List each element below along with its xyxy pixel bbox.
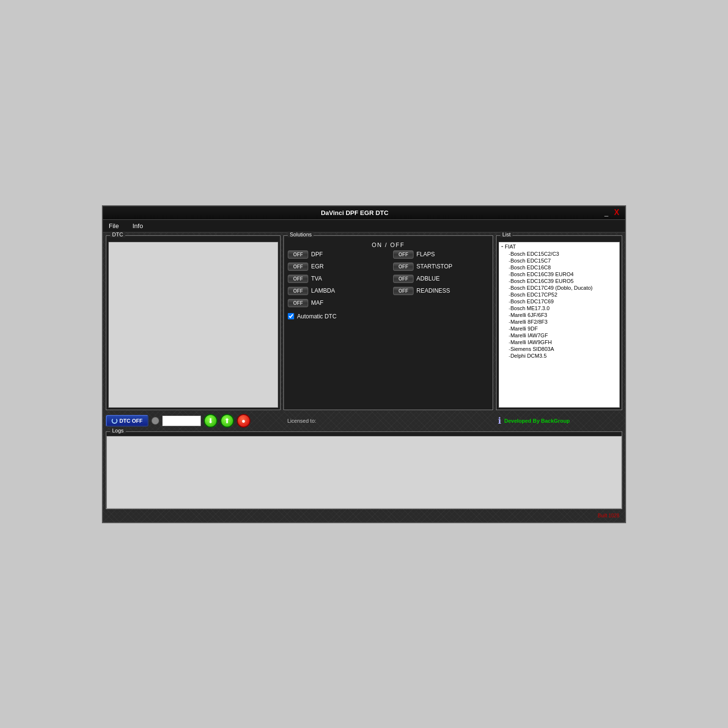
solution-row-adblue: OFF ADBLUE xyxy=(393,275,489,283)
title-bar: DaVinci DPF EGR DTC _ X xyxy=(103,206,625,220)
solution-row-readiness: OFF READINESS xyxy=(393,287,489,295)
list-tree[interactable]: ⁃ FIAT Bosch EDC15C2/C3 Bosch EDC15C7 Bo… xyxy=(498,242,620,408)
tree-child-marelliiaw9gfh[interactable]: Marelli IAW9GFH xyxy=(500,339,618,346)
tree-child-me1730[interactable]: Bosch ME17.3.0 xyxy=(500,305,618,312)
bottom-area: DTC OFF ⬇ ⬆ ● Licensed to: ℹ Developed B… xyxy=(106,413,622,429)
status-indicator xyxy=(151,417,159,425)
auto-dtc-label: Automatic DTC xyxy=(297,313,336,320)
toggle-startstop[interactable]: OFF xyxy=(393,263,414,271)
menu-bar: File Info xyxy=(103,220,625,232)
menu-file[interactable]: File xyxy=(106,221,122,231)
build-info: Built 1028 xyxy=(106,512,622,519)
auto-dtc-row: Automatic DTC xyxy=(288,313,489,320)
solutions-right-col: OFF FLAPS OFF START\STOP OFF ADBLUE OF xyxy=(393,250,489,307)
logs-panel-title: Logs xyxy=(110,428,126,433)
text-field[interactable] xyxy=(162,415,201,426)
tree-child-marelliiaw7gf[interactable]: Marelli IAW7GF xyxy=(500,332,618,339)
solution-label-flaps: FLAPS xyxy=(416,251,450,258)
dtc-off-label: DTC OFF xyxy=(119,418,143,424)
toggle-tva[interactable]: OFF xyxy=(288,275,308,283)
solution-label-tva: TVA xyxy=(311,275,345,282)
toggle-adblue[interactable]: OFF xyxy=(393,275,414,283)
minimize-button[interactable]: _ xyxy=(603,208,611,217)
close-button[interactable]: X xyxy=(612,208,621,217)
power-icon xyxy=(112,418,117,424)
solution-label-egr: EGR xyxy=(311,263,345,270)
tree-child-edc15c2[interactable]: Bosch EDC15C2/C3 xyxy=(500,250,618,257)
logs-content xyxy=(106,436,622,509)
solution-label-adblue: ADBLUE xyxy=(416,275,450,282)
title-bar-controls: _ X xyxy=(603,208,621,217)
tree-parent-fiat[interactable]: ⁃ FIAT xyxy=(500,243,618,250)
licensed-area: Licensed to: xyxy=(283,413,493,429)
download-button[interactable]: ⬇ xyxy=(204,414,217,428)
dtc-panel: DTC xyxy=(106,235,281,410)
tree-child-edc16c8[interactable]: Bosch EDC16C8 xyxy=(500,264,618,271)
solution-row-startstop: OFF START\STOP xyxy=(393,263,489,271)
list-bottom: ℹ Developed By BackGroup xyxy=(496,413,622,429)
top-row: DTC Solutions ON / OFF OFF DPF OFF xyxy=(106,235,622,410)
licensed-to-label: Licensed to: xyxy=(287,418,316,424)
solution-label-lambda: LAMBDA xyxy=(311,287,345,294)
auto-dtc-checkbox[interactable] xyxy=(288,313,294,319)
info-icon: ℹ xyxy=(498,415,501,426)
dtc-bottom-controls: DTC OFF ⬇ ⬆ ● xyxy=(106,413,281,429)
toggle-flaps[interactable]: OFF xyxy=(393,250,414,259)
dtc-off-button[interactable]: DTC OFF xyxy=(106,415,149,427)
list-panel: List ⁃ FIAT Bosch EDC15C2/C3 Bosch EDC15… xyxy=(496,235,622,410)
solutions-onoff-header: ON / OFF xyxy=(288,242,489,248)
tree-child-marelli6jf[interactable]: Marelli 6JF/6F3 xyxy=(500,312,618,318)
solutions-left-col: OFF DPF OFF EGR OFF TVA OFF xyxy=(288,250,383,307)
tree-child-edc16c39e5[interactable]: Bosch EDC16C39 EURO5 xyxy=(500,278,618,284)
solutions-panel: Solutions ON / OFF OFF DPF OFF EGR xyxy=(283,235,493,410)
window-title: DaVinci DPF EGR DTC xyxy=(107,209,603,216)
toggle-readiness[interactable]: OFF xyxy=(393,287,414,295)
toggle-maf[interactable]: OFF xyxy=(288,299,308,307)
solutions-panel-title: Solutions xyxy=(288,232,314,237)
solution-label-readiness: READINESS xyxy=(416,287,450,294)
solutions-grid: OFF DPF OFF EGR OFF TVA OFF xyxy=(288,250,489,307)
toggle-dpf[interactable]: OFF xyxy=(288,250,308,259)
tree-child-edc17cp52[interactable]: Bosch EDC17CP52 xyxy=(500,291,618,298)
solution-row-lambda: OFF LAMBDA xyxy=(288,287,383,295)
tree-child-marelli9df[interactable]: Marelli 9DF xyxy=(500,325,618,332)
tree-child-edc16c39e4[interactable]: Bosch EDC16C39 EURO4 xyxy=(500,271,618,278)
list-panel-title: List xyxy=(500,232,513,237)
tree-child-marelli8f2[interactable]: Marelli 8F2/8F3 xyxy=(500,318,618,325)
toggle-lambda[interactable]: OFF xyxy=(288,287,308,295)
main-content: DTC Solutions ON / OFF OFF DPF OFF xyxy=(103,232,625,522)
developed-by-label: Developed By BackGroup xyxy=(504,418,570,424)
tree-child-delphidcm35[interactable]: Delphi DCM3.5 xyxy=(500,352,618,359)
solution-row-egr: OFF EGR xyxy=(288,263,383,271)
tree-child-edc15c7[interactable]: Bosch EDC15C7 xyxy=(500,257,618,264)
app-window: DaVinci DPF EGR DTC _ X File Info DTC So… xyxy=(102,205,626,523)
tree-child-edc17c69[interactable]: Bosch EDC17C69 xyxy=(500,298,618,305)
solution-row-flaps: OFF FLAPS xyxy=(393,250,489,259)
dtc-panel-title: DTC xyxy=(110,232,125,237)
solution-label-maf: MAF xyxy=(311,299,345,306)
solution-label-startstop: START\STOP xyxy=(416,263,452,270)
toggle-egr[interactable]: OFF xyxy=(288,263,308,271)
solution-row-tva: OFF TVA xyxy=(288,275,383,283)
solution-row-maf: OFF MAF xyxy=(288,299,383,307)
tree-child-siemenssid803a[interactable]: Siemens SID803A xyxy=(500,346,618,352)
solution-label-dpf: DPF xyxy=(311,251,345,258)
solution-row-dpf: OFF DPF xyxy=(288,250,383,259)
menu-info[interactable]: Info xyxy=(130,221,146,231)
tree-expand-icon: ⁃ xyxy=(501,244,504,250)
upload-button[interactable]: ⬆ xyxy=(220,414,234,428)
logs-panel: Logs xyxy=(106,431,622,509)
stop-button[interactable]: ● xyxy=(237,414,250,428)
tree-child-edc17c49[interactable]: Bosch EDC17C49 (Doblo, Ducato) xyxy=(500,284,618,291)
dtc-list[interactable] xyxy=(108,242,278,408)
